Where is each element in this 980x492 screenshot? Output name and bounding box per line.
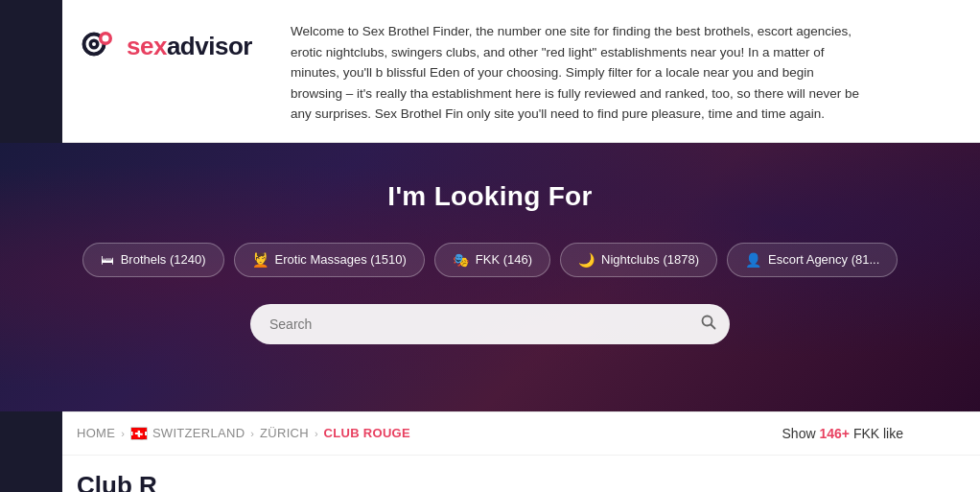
brothels-icon: 🛏 (101, 252, 114, 268)
site-header: sexadvisor Welcome to Sex Brothel Finder… (0, 0, 980, 143)
svg-point-4 (103, 35, 109, 42)
swiss-flag-icon: 🇨🇭 (130, 427, 148, 440)
nightclubs-icon: 🌙 (578, 252, 595, 268)
nightclubs-label: Nightclubs (1878) (601, 252, 699, 267)
logo-prefix: sex (127, 32, 167, 60)
hero-banner: I'm Looking For 🛏 Brothels (1240) 💆 Erot… (0, 143, 980, 411)
escort-icon: 👤 (745, 252, 761, 268)
logo-text: sexadvisor (127, 32, 252, 61)
massages-label: Erotic Massages (1510) (275, 252, 407, 267)
logo[interactable]: sexadvisor (77, 17, 252, 67)
breadcrumb-country[interactable]: SWITZERLAND (152, 426, 245, 440)
search-button[interactable] (701, 315, 716, 334)
country-flag: 🇨🇭 SWITZERLAND (130, 426, 245, 440)
pill-escort[interactable]: 👤 Escort Agency (81... (727, 243, 898, 277)
pill-nightclubs[interactable]: 🌙 Nightclubs (1878) (560, 243, 717, 277)
pill-fkk[interactable]: 🎭 FKK (146) (434, 243, 550, 277)
club-title-row: Club R (77, 471, 903, 492)
breadcrumb-city[interactable]: ZÜRICH (260, 426, 309, 440)
fkk-label: FKK (146) (476, 252, 532, 267)
search-input[interactable] (250, 304, 730, 344)
club-title: Club R (77, 471, 157, 492)
pill-erotic-massages[interactable]: 💆 Erotic Massages (1510) (234, 243, 425, 277)
breadcrumb-sep-1: › (121, 428, 125, 439)
massages-icon: 💆 (252, 252, 268, 268)
logo-icon (77, 25, 119, 67)
breadcrumb-sep-2: › (250, 428, 254, 439)
pill-brothels[interactable]: 🛏 Brothels (1240) (82, 243, 224, 277)
hero-title: I'm Looking For (387, 181, 592, 212)
show-suffix: FKK like (853, 426, 903, 441)
svg-line-6 (712, 324, 715, 328)
fkk-icon: 🎭 (453, 252, 469, 268)
bottom-section: Club R (0, 455, 980, 492)
logo-suffix: advisor (167, 32, 252, 60)
show-number: 146+ (819, 426, 850, 441)
breadcrumb: HOME › 🇨🇭 SWITZERLAND › ZÜRICH › CLUB RO… (77, 426, 410, 440)
svg-point-2 (92, 42, 96, 46)
brothels-label: Brothels (1240) (121, 252, 206, 267)
show-count-text: Show 146+ FKK like (782, 426, 903, 441)
category-pills: 🛏 Brothels (1240) 💆 Erotic Massages (151… (82, 243, 898, 277)
breadcrumb-home[interactable]: HOME (77, 426, 115, 440)
breadcrumb-current: CLUB ROUGE (324, 426, 410, 440)
show-prefix: Show (782, 426, 816, 441)
breadcrumb-bar: HOME › 🇨🇭 SWITZERLAND › ZÜRICH › CLUB RO… (0, 411, 980, 455)
search-bar (250, 304, 730, 344)
search-icon (701, 315, 716, 330)
breadcrumb-sep-3: › (315, 428, 318, 439)
header-description: Welcome to Sex Brothel Finder, the numbe… (291, 17, 866, 125)
escort-label: Escort Agency (81... (768, 252, 879, 267)
